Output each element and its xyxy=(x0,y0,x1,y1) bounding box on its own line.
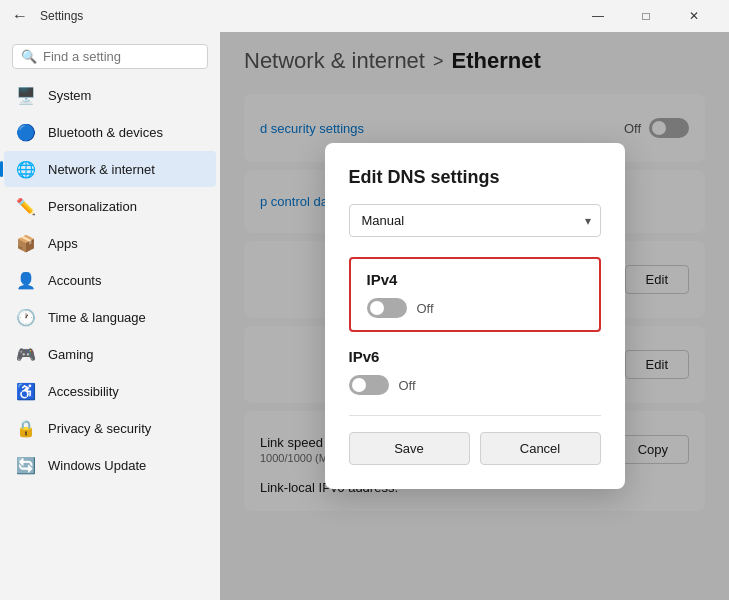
sidebar-item-gaming[interactable]: 🎮 Gaming xyxy=(4,336,216,372)
save-button[interactable]: Save xyxy=(349,432,470,465)
sidebar-item-system[interactable]: 🖥️ System xyxy=(4,77,216,113)
bluetooth-icon: 🔵 xyxy=(16,122,36,142)
sidebar-item-label: Privacy & security xyxy=(48,421,151,436)
title-bar: ← Settings — □ ✕ xyxy=(0,0,729,32)
gaming-icon: 🎮 xyxy=(16,344,36,364)
ipv4-section: IPv4 Off xyxy=(349,257,601,332)
ipv4-toggle-label: Off xyxy=(417,301,434,316)
personalization-icon: ✏️ xyxy=(16,196,36,216)
app-container: 🔍 🖥️ System 🔵 Bluetooth & devices 🌐 Netw… xyxy=(0,32,729,600)
search-input[interactable] xyxy=(43,49,199,64)
system-icon: 🖥️ xyxy=(16,85,36,105)
modal-backdrop: Edit DNS settings Automatic (DHCP) Manua… xyxy=(220,32,729,600)
sidebar-item-update[interactable]: 🔄 Windows Update xyxy=(4,447,216,483)
sidebar-item-label: Apps xyxy=(48,236,78,251)
close-button[interactable]: ✕ xyxy=(671,0,717,32)
main-content: Network & internet > Ethernet d security… xyxy=(220,32,729,600)
network-icon: 🌐 xyxy=(16,159,36,179)
sidebar-item-apps[interactable]: 📦 Apps xyxy=(4,225,216,261)
sidebar-item-bluetooth[interactable]: 🔵 Bluetooth & devices xyxy=(4,114,216,150)
sidebar-item-label: Bluetooth & devices xyxy=(48,125,163,140)
modal-title: Edit DNS settings xyxy=(349,167,601,188)
app-title: Settings xyxy=(40,9,83,23)
sidebar-item-label: Personalization xyxy=(48,199,137,214)
sidebar-item-label: Windows Update xyxy=(48,458,146,473)
sidebar-item-accounts[interactable]: 👤 Accounts xyxy=(4,262,216,298)
sidebar-item-label: Network & internet xyxy=(48,162,155,177)
ipv6-toggle[interactable] xyxy=(349,375,389,395)
ipv6-title: IPv6 xyxy=(349,348,601,365)
sidebar-item-network[interactable]: 🌐 Network & internet xyxy=(4,151,216,187)
maximize-button[interactable]: □ xyxy=(623,0,669,32)
ipv6-section: IPv6 Off xyxy=(349,348,601,411)
sidebar: 🔍 🖥️ System 🔵 Bluetooth & devices 🌐 Netw… xyxy=(0,32,220,600)
update-icon: 🔄 xyxy=(16,455,36,475)
back-arrow[interactable]: ← xyxy=(12,7,28,25)
search-box[interactable]: 🔍 xyxy=(12,44,208,69)
minimize-button[interactable]: — xyxy=(575,0,621,32)
accounts-icon: 👤 xyxy=(16,270,36,290)
search-icon: 🔍 xyxy=(21,49,37,64)
ipv6-toggle-row: Off xyxy=(349,375,601,395)
sidebar-item-personalization[interactable]: ✏️ Personalization xyxy=(4,188,216,224)
accessibility-icon: ♿ xyxy=(16,381,36,401)
modal-actions: Save Cancel xyxy=(349,432,601,465)
sidebar-item-label: Accounts xyxy=(48,273,101,288)
modal-divider xyxy=(349,415,601,416)
sidebar-item-label: Time & language xyxy=(48,310,146,325)
time-icon: 🕐 xyxy=(16,307,36,327)
sidebar-item-accessibility[interactable]: ♿ Accessibility xyxy=(4,373,216,409)
ipv4-toggle[interactable] xyxy=(367,298,407,318)
title-bar-controls: — □ ✕ xyxy=(575,0,717,32)
privacy-icon: 🔒 xyxy=(16,418,36,438)
edit-dns-modal: Edit DNS settings Automatic (DHCP) Manua… xyxy=(325,143,625,489)
dns-type-select[interactable]: Automatic (DHCP) Manual xyxy=(349,204,601,237)
ipv6-toggle-label: Off xyxy=(399,378,416,393)
modal-select-wrap: Automatic (DHCP) Manual ▾ xyxy=(349,204,601,237)
ipv4-title: IPv4 xyxy=(367,271,583,288)
sidebar-item-label: System xyxy=(48,88,91,103)
sidebar-item-label: Gaming xyxy=(48,347,94,362)
ipv4-toggle-row: Off xyxy=(367,298,583,318)
sidebar-item-privacy[interactable]: 🔒 Privacy & security xyxy=(4,410,216,446)
apps-icon: 📦 xyxy=(16,233,36,253)
title-bar-left: ← Settings xyxy=(12,7,83,25)
sidebar-item-time[interactable]: 🕐 Time & language xyxy=(4,299,216,335)
cancel-button[interactable]: Cancel xyxy=(480,432,601,465)
sidebar-item-label: Accessibility xyxy=(48,384,119,399)
